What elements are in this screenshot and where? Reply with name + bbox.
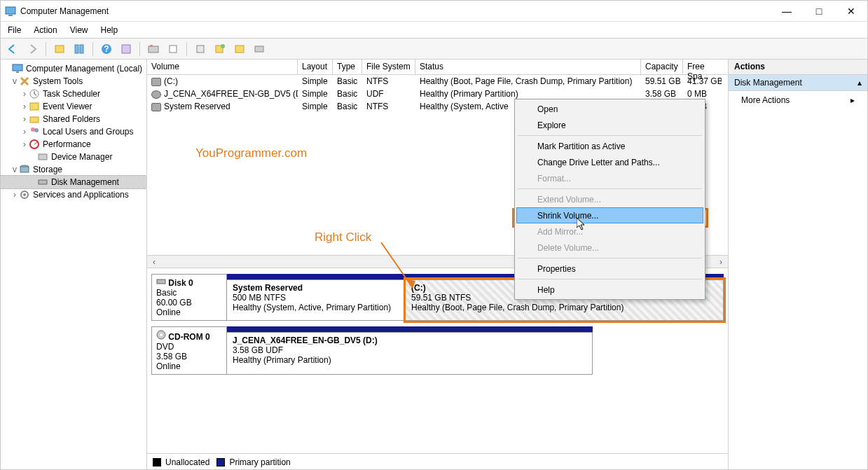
folder-icon [29, 113, 40, 125]
computer-icon [12, 63, 23, 74]
watermark: YouProgrammer.com [195, 146, 307, 160]
svg-rect-16 [13, 64, 22, 71]
toolbar-btn-1[interactable] [52, 41, 67, 57]
svg-rect-2 [55, 46, 64, 53]
ctx-open[interactable]: Open [516, 101, 703, 117]
back-button[interactable] [5, 41, 20, 57]
toolbar-btn-2[interactable] [71, 41, 87, 57]
cdrom-0-row: CD-ROM 0 DVD 3.58 GB Online J_CENA_X64FR… [151, 326, 724, 375]
svg-rect-15 [255, 46, 263, 52]
legend-swatch-primary [216, 458, 225, 466]
ctx-format: Format... [516, 170, 703, 186]
tree-system-tools[interactable]: vSystem Tools [1, 75, 146, 88]
svg-point-21 [31, 127, 35, 132]
menu-help[interactable]: Help [101, 25, 118, 35]
volume-list-header: Volume Layout Type File System Status Ca… [147, 60, 728, 75]
svg-rect-11 [197, 46, 204, 53]
actions-pane: Actions Disk Management ▴ More Actions ▸ [729, 60, 867, 470]
cdrom-0-label[interactable]: CD-ROM 0 DVD 3.58 GB Online [151, 326, 227, 375]
col-type[interactable]: Type [333, 60, 362, 74]
tools-icon [19, 76, 30, 87]
ctx-explore[interactable]: Explore [516, 117, 703, 133]
close-button[interactable]: ✕ [835, 1, 867, 22]
tree-event-viewer[interactable]: ›Event Viewer [1, 100, 146, 113]
col-fs[interactable]: File System [362, 60, 415, 74]
ctx-mark-active[interactable]: Mark Partition as Active [516, 138, 703, 154]
col-free[interactable]: Free Spa [683, 60, 722, 74]
menu-file[interactable]: File [8, 25, 21, 35]
ctx-extend: Extend Volume... [516, 191, 703, 207]
storage-icon [19, 164, 30, 175]
ctx-properties[interactable]: Properties [516, 261, 703, 277]
col-volume[interactable]: Volume [147, 60, 298, 74]
main-area: Computer Management (Local) vSystem Tool… [1, 60, 867, 470]
performance-icon [29, 139, 40, 150]
toolbar-btn-8[interactable] [252, 41, 267, 57]
svg-rect-27 [39, 180, 47, 184]
ctx-help[interactable]: Help [516, 282, 703, 298]
svg-rect-9 [150, 45, 153, 47]
toolbar-btn-7[interactable] [232, 41, 247, 57]
col-status[interactable]: Status [415, 60, 641, 74]
forward-button[interactable] [25, 41, 40, 57]
tree-local-users[interactable]: ›Local Users and Groups [1, 125, 146, 138]
scroll-right-icon[interactable]: › [715, 257, 726, 267]
context-menu: Open Explore Mark Partition as Active Ch… [514, 99, 705, 300]
event-icon [29, 101, 40, 112]
help-button[interactable]: ? [99, 41, 114, 57]
tree-shared-folders[interactable]: ›Shared Folders [1, 113, 146, 125]
col-layout[interactable]: Layout [298, 60, 333, 74]
scroll-left-icon[interactable]: ‹ [149, 257, 160, 267]
svg-point-13 [221, 44, 225, 48]
disk-bar-header [227, 326, 593, 332]
drive-icon [151, 103, 161, 111]
svg-rect-1 [8, 15, 13, 16]
tree-task-scheduler[interactable]: ›Task Scheduler [1, 88, 146, 100]
menu-action[interactable]: Action [34, 25, 57, 35]
tree-device-manager[interactable]: Device Manager [1, 151, 146, 163]
cd-icon [151, 90, 161, 99]
chevron-right-icon: ▸ [850, 95, 855, 105]
disk-0-label[interactable]: Disk 0 Basic 60.00 GB Online [151, 274, 227, 321]
actions-more[interactable]: More Actions ▸ [729, 91, 867, 109]
disk-icon [156, 277, 166, 286]
svg-rect-26 [20, 167, 29, 172]
partition-d[interactable]: J_CENA_X64FREE_EN-GB_DV5 (D:) 3.58 GB UD… [227, 332, 593, 375]
tree-root[interactable]: Computer Management (Local) [1, 62, 146, 75]
tree-storage[interactable]: vStorage [1, 163, 146, 176]
col-capacity[interactable]: Capacity [641, 60, 683, 74]
svg-rect-10 [170, 46, 177, 53]
disk-icon [37, 177, 48, 188]
tree-disk-management[interactable]: Disk Management [1, 176, 146, 188]
toolbar-btn-6[interactable] [193, 41, 208, 57]
toolbar-btn-3[interactable] [118, 41, 134, 57]
toolbar-new-icon[interactable] [212, 41, 228, 57]
volume-row[interactable]: (C:) Simple Basic NTFS Healthy (Boot, Pa… [147, 75, 728, 88]
ctx-change-letter[interactable]: Change Drive Letter and Paths... [516, 154, 703, 170]
actions-section[interactable]: Disk Management ▴ [729, 75, 867, 91]
svg-rect-8 [149, 46, 158, 53]
actions-header: Actions [729, 60, 867, 75]
legend-swatch-unallocated [153, 458, 161, 466]
toolbar-btn-5[interactable] [165, 41, 181, 57]
titlebar: Computer Management — □ ✕ [1, 1, 867, 22]
tree-services[interactable]: ›Services and Applications [1, 188, 146, 201]
annotation-right-click: Right Click [315, 230, 371, 244]
menu-view[interactable]: View [70, 25, 88, 35]
partition-system-reserved[interactable]: System Reserved 500 MB NTFS Healthy (Sys… [227, 279, 406, 321]
app-icon [5, 6, 16, 17]
ctx-add-mirror: Add Mirror... [516, 223, 703, 240]
ctx-shrink[interactable]: Shrink Volume... [516, 207, 703, 223]
maximize-button[interactable]: □ [803, 1, 835, 22]
svg-point-29 [23, 193, 26, 196]
collapse-icon: ▴ [857, 78, 862, 88]
services-icon [19, 189, 30, 200]
svg-point-22 [34, 128, 39, 132]
tree-performance[interactable]: ›Performance [1, 138, 146, 151]
legend: Unallocated Primary partition [147, 453, 728, 470]
svg-rect-20 [30, 117, 39, 123]
toolbar-btn-4[interactable] [146, 41, 161, 57]
toolbar: ? [1, 39, 867, 60]
minimize-button[interactable]: — [771, 1, 803, 22]
navigation-tree: Computer Management (Local) vSystem Tool… [1, 60, 147, 470]
